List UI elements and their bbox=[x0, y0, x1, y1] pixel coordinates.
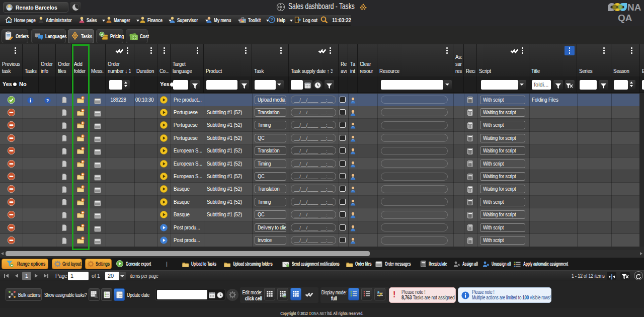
svg-text:QA: QA bbox=[618, 13, 632, 23]
svg-text:NA: NA bbox=[627, 3, 641, 13]
svg-text:?: ? bbox=[46, 98, 49, 103]
svg-text:?: ? bbox=[270, 17, 273, 22]
